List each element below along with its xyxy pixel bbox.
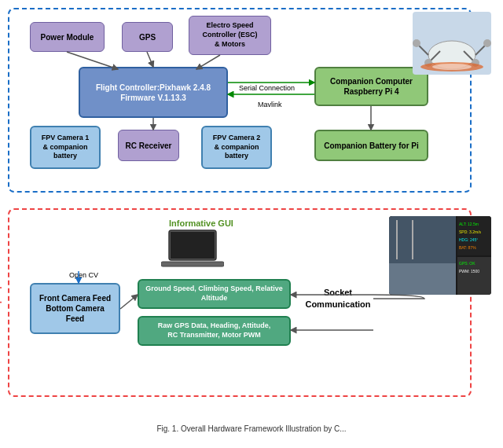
local-gui-label: Local Laptop GUI — [0, 208, 2, 397]
svg-text:PWM: 1500: PWM: 1500 — [459, 269, 479, 274]
svg-point-11 — [432, 64, 472, 70]
svg-text:HDG: 245°: HDG: 245° — [459, 237, 478, 242]
drone-image — [413, 12, 491, 75]
system-diagram: Air communication Local Laptop GUI Power… — [8, 8, 495, 417]
front-camera-box: Front Camera Feed Bottom Camera Feed — [30, 283, 120, 334]
gps-box: GPS — [122, 22, 173, 52]
power-module-box: Power Module — [30, 22, 105, 52]
flight-controller-box: Flight Controller:Pixhawk 2.4.8 Firmware… — [79, 67, 228, 118]
svg-rect-26 — [171, 232, 215, 259]
svg-text:BAT: 87%: BAT: 87% — [459, 245, 476, 250]
air-comm-label: Air communication — [0, 8, 2, 193]
socket-comm-label: Socket Communication — [303, 287, 373, 311]
mavlink-label: Mavlink — [258, 101, 282, 108]
svg-text:GPS: OK: GPS: OK — [459, 261, 475, 266]
raw-gps-box: Raw GPS Data, Heading, Attitude, RC Tran… — [138, 316, 291, 346]
svg-rect-27 — [161, 262, 224, 266]
svg-point-7 — [483, 39, 491, 47]
svg-point-6 — [413, 39, 420, 47]
esc-motors-box: Electro Speed Controller (ESC) & Motors — [189, 16, 271, 55]
laptop-icon — [161, 226, 224, 274]
open-cv-label: Open CV — [69, 271, 98, 279]
fig-caption: Fig. 1. Overall Hardware Framework Illus… — [0, 424, 503, 433]
serial-conn-label: Serial Connection — [239, 84, 295, 92]
svg-text:ALT: 12.5m: ALT: 12.5m — [459, 222, 479, 226]
companion-battery-box: Companion Battery for Pi — [314, 130, 428, 161]
fpv-camera1-box: FPV Camera 1 & companion battery — [30, 126, 101, 169]
svg-rect-14 — [389, 263, 456, 295]
svg-rect-13 — [389, 216, 456, 263]
fpv-camera2-box: FPV Camera 2 & companion battery — [201, 126, 272, 169]
companion-computer-box: Companion Computer Raspberry Pi 4 — [314, 67, 428, 106]
ground-speed-box: Ground Speed, Climbing Speed, Relative A… — [138, 279, 291, 309]
svg-text:SPD: 3.2m/s: SPD: 3.2m/s — [459, 230, 482, 234]
rc-receiver-box: RC Receiver — [118, 130, 179, 161]
gui-screenshot: ALT: 12.5m SPD: 3.2m/s HDG: 245° BAT: 87… — [389, 216, 491, 295]
